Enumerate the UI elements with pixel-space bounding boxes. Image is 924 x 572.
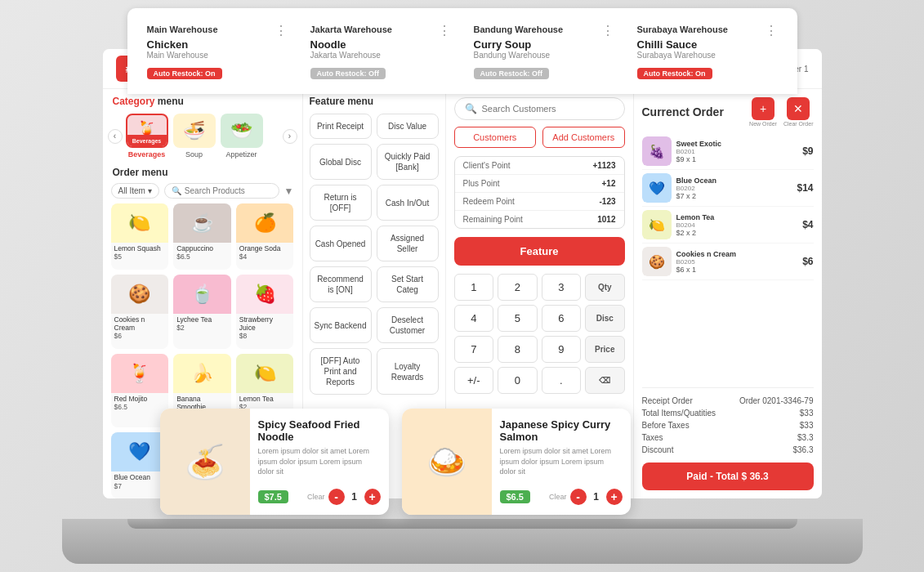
- clear-order-action: ✕ Clear Order: [783, 97, 814, 127]
- feature-menu-button[interactable]: Disc Value: [377, 114, 439, 139]
- feature-menu-button[interactable]: Quickly Paid [Bank]: [377, 144, 439, 180]
- points-row: Plus Point+12: [455, 175, 624, 193]
- order-action-group: + New Order ✕ Clear Order: [749, 97, 813, 127]
- product-card[interactable]: 🍵 Lychee Tea $2: [173, 275, 231, 349]
- clear-order-label: Clear Order: [783, 121, 814, 127]
- qty-minus-button[interactable]: -: [570, 489, 587, 505]
- warehouse-card: Main Warehouse ⋮ Chicken Main Warehouse …: [141, 18, 294, 84]
- food-clear-button[interactable]: Clear: [549, 493, 567, 501]
- food-card-price: $6.5: [500, 490, 530, 503]
- feature-menu-button[interactable]: Global Disc: [310, 144, 372, 180]
- filter-dropdown[interactable]: All Item ▾: [111, 183, 159, 199]
- warehouse-menu-dots[interactable]: ⋮: [601, 23, 614, 38]
- laptop-hinge: [127, 519, 797, 529]
- category-items: 🍹 Beverages Beverages 🍜 Soup 🥗 Appetizer: [126, 114, 279, 159]
- food-card-price: $7.5: [258, 490, 288, 503]
- numpad-key[interactable]: 7: [454, 336, 494, 363]
- numpad-key[interactable]: 2: [498, 274, 538, 301]
- numpad-key[interactable]: 1: [454, 274, 494, 301]
- numpad-side-key[interactable]: Price: [585, 336, 625, 363]
- category-carousel: ‹ 🍹 Beverages Beverages 🍜 Soup 🥗 Appetiz…: [103, 110, 302, 162]
- category-item[interactable]: 🍹 Beverages Beverages: [126, 114, 168, 159]
- new-order-action: + New Order: [749, 97, 777, 127]
- food-card: 🍛 Japanese Spicy Curry Salmon Lorem ipsu…: [402, 409, 631, 515]
- numpad-key[interactable]: 8: [498, 336, 538, 363]
- feature-menu-button[interactable]: Loyalty Rewards: [377, 348, 439, 395]
- warehouse-menu-dots[interactable]: ⋮: [275, 23, 288, 38]
- add-customers-button[interactable]: Add Customers: [542, 127, 625, 148]
- search-customers-input[interactable]: [482, 104, 614, 114]
- receipt-order-label: Receipt Order: [642, 396, 693, 405]
- new-order-label: New Order: [749, 121, 777, 127]
- numpad-key[interactable]: 3: [542, 274, 582, 301]
- feature-menu-title: Feature menu: [310, 96, 439, 107]
- qty-plus-button[interactable]: +: [606, 489, 623, 505]
- qty-minus-button[interactable]: -: [328, 489, 345, 505]
- feature-menu-button[interactable]: Return is [OFF]: [310, 185, 372, 221]
- numpad-key[interactable]: 9: [542, 336, 582, 363]
- feature-menu-button[interactable]: Recommend is [ON]: [310, 266, 372, 302]
- feature-menu-button[interactable]: Assigned Seller: [377, 226, 439, 261]
- feature-menu-button[interactable]: Print Receipt: [310, 114, 372, 139]
- order-title: Currenct Order: [642, 105, 750, 118]
- feature-menu-button[interactable]: Deselect Customer: [377, 307, 439, 343]
- numpad-side-key[interactable]: Disc: [585, 305, 625, 332]
- food-card-title: Japanese Spicy Curry Salmon: [500, 418, 623, 443]
- category-item[interactable]: 🍜 Soup: [173, 114, 216, 159]
- product-card[interactable]: 🍊 Orange Soda $4: [236, 203, 294, 270]
- numpad-key[interactable]: 6: [542, 305, 582, 332]
- clear-order-button[interactable]: ✕: [787, 97, 810, 120]
- order-item: 🍋 Lemon Tea B0204 $2 x 2 $4: [642, 207, 814, 244]
- numpad-side-key[interactable]: ⌫: [585, 367, 625, 394]
- feature-button[interactable]: Feature: [454, 237, 625, 266]
- category-item[interactable]: 🥗 Appetizer: [221, 114, 263, 159]
- order-menu-title: Order menu: [103, 162, 302, 183]
- qty-plus-button[interactable]: +: [364, 489, 381, 505]
- product-card[interactable]: ☕ Cappuccino $6.5: [173, 203, 231, 270]
- customers-button[interactable]: Customers: [454, 127, 537, 148]
- customer-buttons: Customers Add Customers: [454, 127, 625, 148]
- order-items: 🍇 Sweet Exotic B0201 $9 x 1 $9 💙 Blue Oc…: [642, 133, 814, 384]
- numpad: 123Qty456Disc789Price+/-0.⌫: [454, 274, 625, 394]
- qty-display: 1: [590, 491, 603, 503]
- search-input[interactable]: [185, 186, 272, 195]
- receipt-order-value: Order 0201-3346-79: [739, 396, 814, 405]
- search-filter[interactable]: 🔍: [164, 183, 279, 199]
- order-filters: All Item ▾ 🔍 ▼: [103, 183, 302, 203]
- dropdown-arrow: ▾: [148, 186, 152, 195]
- feature-menu-button[interactable]: Cash Opened: [310, 226, 372, 261]
- feature-menu-button[interactable]: Set Start Categ: [377, 266, 439, 302]
- qty-display: 1: [348, 491, 361, 503]
- feature-menu-button[interactable]: Cash In/Out: [377, 185, 439, 221]
- customer-search-bar[interactable]: 🔍: [454, 97, 625, 120]
- warehouse-card: Surabaya Warehouse ⋮ Chilli Sauce Suraba…: [631, 18, 784, 84]
- filter-button[interactable]: ▼: [284, 185, 294, 197]
- numpad-key[interactable]: +/-: [454, 367, 494, 394]
- food-card-controls: Clear - 1 +: [549, 489, 623, 505]
- order-item: 🍇 Sweet Exotic B0201 $9 x 1 $9: [642, 133, 814, 170]
- product-card[interactable]: 🍋 Lemon Squash $5: [111, 203, 169, 270]
- carousel-prev[interactable]: ‹: [108, 129, 123, 144]
- numpad-side-key[interactable]: Qty: [585, 274, 625, 301]
- feature-menu-button[interactable]: Sync Backend: [310, 307, 372, 343]
- points-table: Client's Point+1123Plus Point+12Redeem P…: [454, 156, 625, 229]
- product-card[interactable]: 🍪 Cookies n Cream $6: [111, 275, 169, 349]
- numpad-key[interactable]: 0: [498, 367, 538, 394]
- warehouse-menu-dots[interactable]: ⋮: [765, 23, 778, 38]
- carousel-next[interactable]: ›: [283, 129, 297, 144]
- receipt-order-row: Receipt Order Order 0201-3346-79: [642, 395, 814, 407]
- numpad-key[interactable]: 4: [454, 305, 494, 332]
- food-clear-button[interactable]: Clear: [307, 493, 325, 501]
- numpad-key[interactable]: 5: [498, 305, 538, 332]
- food-card-controls: Clear - 1 +: [307, 489, 381, 505]
- food-card-desc: Lorem ipsum dolor sit amet Lorem ipsum d…: [500, 446, 623, 484]
- warehouse-card: Bandung Warehouse ⋮ Curry Soup Bandung W…: [467, 18, 621, 84]
- new-order-button[interactable]: +: [752, 97, 774, 120]
- product-card[interactable]: 🍓 Strawberry Juice $8: [236, 275, 294, 349]
- order-item: 💙 Blue Ocean B0202 $7 x 2 $14: [642, 170, 814, 207]
- warehouse-card: Jakarta Warehouse ⋮ Noodle Jakarta Wareh…: [304, 18, 458, 84]
- numpad-key[interactable]: .: [542, 367, 582, 394]
- feature-menu-button[interactable]: [DFF] Auto Print and Reports: [310, 348, 372, 395]
- warehouse-bar: Main Warehouse ⋮ Chicken Main Warehouse …: [127, 8, 797, 94]
- warehouse-menu-dots[interactable]: ⋮: [438, 23, 451, 38]
